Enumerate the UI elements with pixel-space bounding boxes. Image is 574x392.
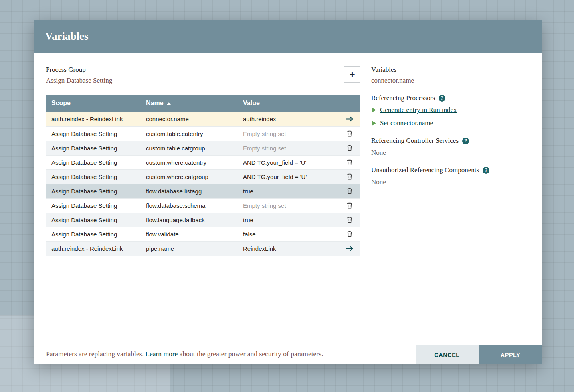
dialog-header: Variables (34, 20, 542, 53)
go-to-icon[interactable] (344, 114, 355, 125)
trash-icon[interactable] (344, 128, 355, 139)
column-header-actions (333, 95, 360, 112)
variable-value: true (238, 213, 333, 227)
variable-row[interactable]: Assign Database Setting custom.table.cat… (46, 126, 360, 141)
process-group-label: Process Group (46, 65, 112, 74)
variable-value: Empty string set (238, 198, 333, 213)
variable-name: pipe.name (141, 241, 238, 256)
variable-row[interactable]: Assign Database Setting custom.where.cat… (46, 155, 360, 169)
referencing-controller-services-value: None (371, 148, 535, 157)
help-icon[interactable] (439, 95, 445, 102)
plus-icon: + (349, 70, 355, 79)
column-header-scope[interactable]: Scope (46, 95, 141, 112)
variable-row[interactable]: auth.reindex - ReindexLink connector.nam… (46, 112, 360, 126)
parameters-notice-suffix: about the greater power and security of … (178, 350, 323, 358)
variable-row[interactable]: Assign Database Setting custom.where.cat… (46, 169, 360, 184)
variables-detail-label: Variables (371, 65, 535, 74)
variable-value: Empty string set (238, 141, 333, 155)
variable-scope: Assign Database Setting (46, 169, 141, 184)
variable-row[interactable]: Assign Database Setting flow.database.sc… (46, 198, 360, 213)
value-header-label: Value (243, 100, 260, 106)
variable-name: flow.validate (141, 227, 238, 241)
variables-dialog: Variables Process Group Assign Database … (34, 20, 542, 364)
column-header-value[interactable]: Value (238, 95, 333, 112)
referencing-controller-services-heading: Referencing Controller Services (371, 136, 535, 145)
parameters-notice: Parameters are replacing variables. Lear… (46, 350, 323, 358)
trash-icon[interactable] (344, 157, 355, 168)
variable-row[interactable]: Assign Database Setting flow.database.li… (46, 184, 360, 198)
referencing-processor-link[interactable]: Set connector.name (380, 119, 433, 128)
referencing-controller-services-label: Referencing Controller Services (371, 136, 459, 145)
variable-value: true (238, 184, 333, 198)
variable-name: custom.table.catgroup (141, 141, 238, 155)
column-header-name[interactable]: Name (141, 95, 238, 112)
running-status-icon (372, 108, 376, 112)
variable-name: connector.name (141, 112, 238, 126)
process-group-name: Assign Database Setting (46, 76, 112, 85)
referencing-processor-item: Set connector.name (372, 119, 535, 128)
variable-name: custom.where.catgroup (141, 169, 238, 184)
unauthorized-referencing-components-value: None (371, 178, 535, 187)
variable-scope: Assign Database Setting (46, 227, 141, 241)
variable-name: flow.database.schema (141, 198, 238, 213)
variable-scope: Assign Database Setting (46, 213, 141, 227)
table-header-row: Scope Name Value (46, 95, 360, 112)
sort-ascending-icon (167, 102, 171, 105)
unauthorized-referencing-components-heading: Unauthorized Referencing Components (371, 166, 535, 175)
cancel-button[interactable]: CANCEL (416, 345, 479, 364)
variable-scope: Assign Database Setting (46, 141, 141, 155)
trash-icon[interactable] (344, 200, 355, 211)
variable-value: AND TC.your_field = 'U' (238, 155, 333, 169)
apply-button[interactable]: APPLY (479, 345, 542, 364)
go-to-icon[interactable] (344, 243, 355, 254)
learn-more-link[interactable]: Learn more (145, 350, 178, 358)
unauthorized-referencing-components-label: Unauthorized Referencing Components (371, 166, 479, 175)
variable-name: flow.language.fallback (141, 213, 238, 227)
process-group-block: Process Group Assign Database Setting (46, 65, 112, 85)
variable-row[interactable]: Assign Database Setting flow.validate fa… (46, 227, 360, 241)
variable-name: custom.table.catentry (141, 126, 238, 141)
referencing-processors-heading: Referencing Processors (371, 94, 535, 102)
variable-value: false (238, 227, 333, 241)
dialog-title: Variables (45, 30, 89, 43)
scope-header-label: Scope (51, 100, 71, 106)
variable-value: auth.reindex (238, 112, 333, 126)
variable-value: ReindexLink (238, 241, 333, 256)
help-icon[interactable] (462, 138, 469, 144)
variable-row[interactable]: auth.reindex - ReindexLink pipe.name Rei… (46, 241, 360, 256)
trash-icon[interactable] (344, 214, 355, 225)
referencing-processor-link[interactable]: Generate entry in Run index (380, 106, 457, 114)
trash-icon[interactable] (344, 142, 355, 154)
variable-scope: auth.reindex - ReindexLink (46, 241, 141, 256)
variable-scope: auth.reindex - ReindexLink (46, 112, 141, 126)
trash-icon[interactable] (344, 229, 355, 240)
variable-scope: Assign Database Setting (46, 155, 141, 169)
referencing-processors-label: Referencing Processors (371, 94, 435, 102)
trash-icon[interactable] (344, 171, 355, 182)
running-status-icon (372, 121, 376, 126)
trash-icon[interactable] (344, 185, 355, 197)
selected-variable-name: connector.name (371, 76, 535, 85)
variable-details-panel: Variables connector.name Referencing Pro… (371, 65, 535, 187)
variable-row[interactable]: Assign Database Setting custom.table.cat… (46, 141, 360, 155)
variables-table: Scope Name Value auth.reindex - ReindexL… (46, 95, 360, 256)
variable-scope: Assign Database Setting (46, 126, 141, 141)
new-variable-button[interactable]: + (344, 66, 360, 83)
name-header-label: Name (146, 100, 164, 106)
variable-row[interactable]: Assign Database Setting flow.language.fa… (46, 213, 360, 227)
variable-scope: Assign Database Setting (46, 198, 141, 213)
help-icon[interactable] (483, 167, 489, 174)
referencing-processor-item: Generate entry in Run index (372, 106, 535, 114)
variable-name: custom.where.catentry (141, 155, 238, 169)
variable-value: Empty string set (238, 126, 333, 141)
variable-name: flow.database.listagg (141, 184, 238, 198)
variable-scope: Assign Database Setting (46, 184, 141, 198)
variable-value: AND TG.your_field = 'U' (238, 169, 333, 184)
parameters-notice-prefix: Parameters are replacing variables. (46, 350, 145, 358)
